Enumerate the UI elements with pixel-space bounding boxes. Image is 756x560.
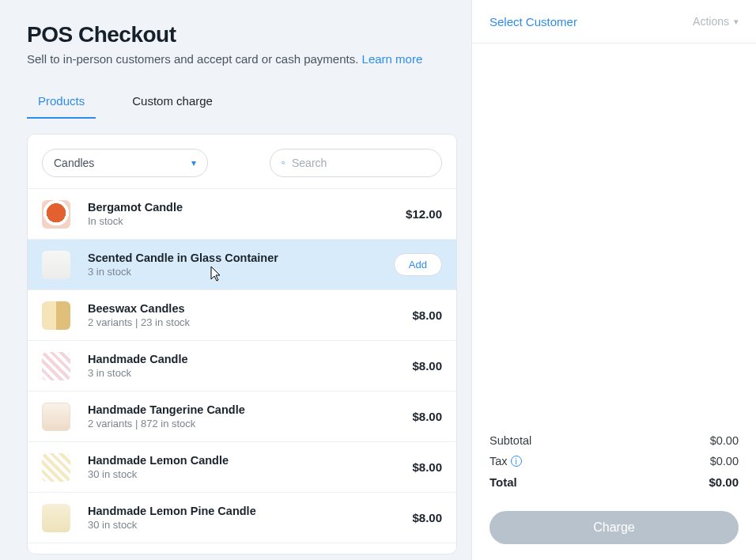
svg-line-1 bbox=[284, 164, 285, 165]
category-value: Candles bbox=[54, 157, 94, 169]
chevron-down-icon: ▾ bbox=[734, 17, 739, 27]
product-stock: 2 variants | 23 in stock bbox=[88, 316, 412, 328]
product-stock: 30 in stock bbox=[88, 468, 412, 480]
category-select[interactable]: Candles ▾ bbox=[42, 149, 208, 177]
subtotal-label: Subtotal bbox=[490, 434, 531, 447]
product-stock: 3 in stock bbox=[88, 266, 394, 278]
product-row[interactable]: Beeswax Candles2 variants | 23 in stock$… bbox=[28, 290, 456, 341]
actions-dropdown[interactable]: Actions ▾ bbox=[693, 15, 739, 28]
product-thumbnail bbox=[42, 200, 70, 229]
product-stock: 3 in stock bbox=[88, 367, 412, 379]
product-price: $8.00 bbox=[412, 410, 442, 423]
cart-panel: Select Customer Actions ▾ Subtotal $0.00… bbox=[471, 0, 756, 560]
svg-point-0 bbox=[282, 161, 285, 164]
product-price: $8.00 bbox=[412, 359, 442, 373]
product-stock: 2 variants | 872 in stock bbox=[88, 418, 412, 429]
actions-label: Actions bbox=[693, 15, 729, 28]
search-field[interactable] bbox=[270, 149, 442, 177]
cart-header: Select Customer Actions ▾ bbox=[472, 0, 756, 44]
product-row[interactable]: Handmade Candle3 in stock$8.00 bbox=[28, 341, 456, 392]
filters-row: Candles ▾ bbox=[28, 149, 456, 188]
product-price: $8.00 bbox=[412, 460, 442, 474]
product-name: Handmade Lemon Pine Candle bbox=[88, 505, 412, 517]
product-info: Handmade Lemon Pine Candle30 in stock bbox=[88, 505, 412, 531]
search-icon bbox=[282, 157, 285, 168]
product-row[interactable]: Bergamot CandleIn stock$12.00 bbox=[28, 189, 456, 240]
product-card: Candles ▾ Bergamot CandleIn stock$12.00S… bbox=[27, 134, 457, 554]
product-thumbnail bbox=[42, 453, 70, 482]
product-name: Handmade Candle bbox=[88, 353, 412, 365]
total-row: Total $0.00 bbox=[490, 475, 739, 489]
product-price: $12.00 bbox=[406, 207, 442, 221]
product-stock: 30 in stock bbox=[88, 519, 412, 531]
tax-label-text: Tax bbox=[490, 455, 508, 467]
product-row[interactable]: Handmade Tangerine Candle2 variants | 87… bbox=[28, 392, 456, 442]
chevron-down-icon: ▾ bbox=[191, 157, 196, 168]
product-row[interactable]: Scented Candle in Glass Container3 in st… bbox=[28, 240, 456, 290]
product-thumbnail bbox=[42, 352, 70, 380]
product-info: Beeswax Candles2 variants | 23 in stock bbox=[88, 302, 412, 328]
product-list[interactable]: Bergamot CandleIn stock$12.00Scented Can… bbox=[28, 188, 456, 554]
totals-section: Subtotal $0.00 Tax i $0.00 Total $0.00 bbox=[472, 434, 756, 508]
product-thumbnail bbox=[42, 504, 70, 532]
product-info: Handmade Candle3 in stock bbox=[88, 353, 412, 379]
product-row[interactable]: Handmade Jasmine Candle bbox=[28, 543, 456, 554]
product-price: $8.00 bbox=[412, 511, 442, 524]
product-info: Scented Candle in Glass Container3 in st… bbox=[88, 252, 394, 278]
subtotal-value: $0.00 bbox=[710, 434, 739, 447]
total-value: $0.00 bbox=[709, 475, 739, 489]
tabs: Products Custom charge bbox=[27, 86, 457, 119]
product-row[interactable]: Handmade Lemon Candle30 in stock$8.00 bbox=[28, 442, 456, 493]
product-name: Scented Candle in Glass Container bbox=[88, 252, 394, 264]
tax-value: $0.00 bbox=[710, 455, 739, 467]
product-row[interactable]: Handmade Lemon Pine Candle30 in stock$8.… bbox=[28, 493, 456, 543]
product-info: Bergamot CandleIn stock bbox=[88, 201, 406, 227]
product-price: $8.00 bbox=[412, 308, 442, 322]
product-stock: In stock bbox=[88, 215, 406, 227]
info-icon[interactable]: i bbox=[511, 456, 522, 467]
tax-label: Tax i bbox=[490, 455, 522, 467]
product-name: Handmade Tangerine Candle bbox=[88, 403, 412, 416]
product-name: Handmade Lemon Candle bbox=[88, 454, 412, 467]
subtotal-row: Subtotal $0.00 bbox=[490, 434, 739, 447]
page-subtitle: Sell to in-person customers and accept c… bbox=[27, 52, 457, 66]
tax-row: Tax i $0.00 bbox=[490, 455, 739, 467]
tab-products[interactable]: Products bbox=[27, 86, 96, 119]
page-title: POS Checkout bbox=[27, 22, 457, 47]
select-customer-link[interactable]: Select Customer bbox=[490, 15, 577, 28]
tab-custom-charge[interactable]: Custom charge bbox=[121, 86, 224, 119]
product-name: Beeswax Candles bbox=[88, 302, 412, 315]
cart-body bbox=[472, 44, 756, 434]
product-thumbnail bbox=[42, 301, 70, 330]
search-input[interactable] bbox=[292, 157, 430, 169]
charge-button[interactable]: Charge bbox=[490, 511, 739, 544]
product-info: Handmade Lemon Candle30 in stock bbox=[88, 454, 412, 480]
product-info: Handmade Tangerine Candle2 variants | 87… bbox=[88, 403, 412, 429]
subtitle-text: Sell to in-person customers and accept c… bbox=[27, 52, 362, 66]
product-thumbnail bbox=[42, 403, 70, 431]
product-name: Bergamot Candle bbox=[88, 201, 406, 214]
learn-more-link[interactable]: Learn more bbox=[362, 52, 423, 66]
total-label: Total bbox=[490, 475, 517, 489]
product-thumbnail bbox=[42, 251, 70, 279]
add-button[interactable]: Add bbox=[394, 253, 442, 276]
